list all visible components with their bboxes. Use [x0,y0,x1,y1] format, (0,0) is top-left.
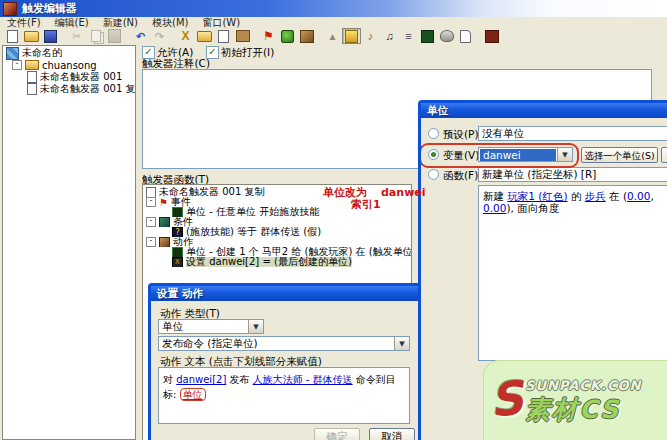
function-row-conditions[interactable]: - 条件 [146,217,411,227]
new-condition-button[interactable] [278,28,297,44]
variables-icon: X [181,31,189,42]
music-icon: ♫ [385,31,393,42]
new-button[interactable] [3,28,22,44]
title-bar: 触发编辑器 [0,0,667,17]
music-button[interactable]: ♫ [380,28,399,44]
unit-event-icon [172,207,183,217]
red-circle-annotation [419,143,579,168]
tree-item-label: 未命名触发器 001 复制 [40,82,136,96]
function-label: 函数(F): [443,169,482,183]
cancel-button[interactable]: 取消 [369,428,415,440]
description-text: 在 ( [606,190,627,202]
menu-window[interactable]: 窗口(W) [195,17,247,28]
save-icon [44,30,57,43]
convert-button[interactable]: ▲ [323,28,342,44]
new-event-icon: ⚑ [263,31,274,42]
function-radio[interactable] [428,169,439,180]
initially-on-checkbox-label: 初始打开(I) [221,46,274,60]
tree-item-trigger-001-copy[interactable]: 未命名触发器 001 复制 [3,83,135,95]
collapse-expander-icon[interactable]: - [146,197,156,207]
action-text-box: 对 danwei[2] 发布 人族大法师 - 群体传送 命令到目标: 单位 [158,367,410,424]
copy-button[interactable] [86,28,105,44]
function-dropdown[interactable]: 新建单位 (指定坐标) [R] [478,167,667,182]
annotation-text-en: danwei [381,186,426,199]
menu-edit[interactable]: 编辑(E) [48,17,96,28]
action-text: 对 [163,374,176,385]
description-text: ), 面向角度 [506,202,559,214]
tree-item-map-root[interactable]: 未命名的 [3,47,135,59]
collapse-expander-icon[interactable]: - [146,237,156,247]
dialog-title-bar: 设置 动作 [151,286,425,301]
new-trigger-icon [218,30,229,43]
toolbar-separator [475,29,482,43]
function-row-create-unit[interactable]: 单位 - 创建 1 个 马甲2 给 (触发玩家) 在 (触发单位) 的位置) [172,247,411,257]
function-row-actions[interactable]: - 动作 [146,237,411,247]
action-command-dropdown[interactable]: 发布命令 (指定单位) ▼ [158,336,410,351]
map-icon [6,47,19,60]
action-type-dropdown[interactable]: 单位 ▼ [158,319,264,334]
redo-button[interactable]: ↷ [150,28,169,44]
choose-unit-button[interactable]: 选择一个单位(S) [581,147,658,163]
list-button[interactable]: ≡ [399,28,418,44]
set-variable-icon: X [172,257,183,267]
script-button[interactable] [418,28,437,44]
preset-dropdown[interactable]: 没有单位 [478,126,667,141]
watermark: S SUNPACK.CON 素材CS [483,360,667,440]
new-comment-button[interactable] [233,28,252,44]
player-link[interactable]: 玩家1 (红色) [507,190,567,202]
order-link[interactable]: 人族大法师 - 群体传送 [253,374,353,385]
watermark-brand-text: 素材CS [525,393,641,426]
new-action-icon [300,30,314,43]
dialog-title-bar: 单位 [421,103,667,118]
coord-y-link[interactable]: 0.00 [483,202,506,214]
function-row-label: 事件 [171,197,191,207]
sound-button[interactable]: ♪ [361,28,380,44]
trigger-page-icon [146,187,156,197]
script-icon [421,30,434,43]
open-icon [24,31,39,42]
preset-radio[interactable] [428,128,439,139]
target-unit-link[interactable]: 单位 [180,388,206,401]
coord-x-link[interactable]: 0.00 [627,190,650,202]
new-trigger-button[interactable] [214,28,233,44]
new-category-button[interactable] [195,28,214,44]
collapse-expander-icon[interactable]: - [146,217,156,227]
tree-item-label: chuansong [42,60,97,71]
enable-trigger-button[interactable] [342,28,361,44]
trigger-page-icon [27,71,37,83]
watermark-logo-s: S [487,370,526,427]
function-row-label: 设置 danwei[2] = (最后创建的单位) [186,257,352,267]
ok-button[interactable]: 确定 [314,428,360,440]
variables-button[interactable]: X [176,28,195,44]
undo-icon: ↶ [136,31,145,42]
unit-type-link[interactable]: 步兵 [585,190,606,202]
app-icon [3,2,17,16]
chevron-down-icon: ▼ [394,337,409,350]
unit-action-icon [172,247,183,257]
index-link[interactable]: [2] [212,374,226,385]
collapse-expander-icon[interactable]: - [12,60,22,70]
cut-button[interactable]: ✂ [67,28,86,44]
menu-module[interactable]: 模块(M) [145,17,195,28]
shell-button[interactable] [437,28,456,44]
list-icon: ≡ [405,31,411,42]
menu-file[interactable]: 文件(F) [0,17,48,28]
new-condition-icon [281,30,294,43]
function-row-condition-item[interactable]: ? (施放技能) 等于 群体传送 (假) [172,227,411,237]
test-button[interactable] [482,28,501,44]
paste-button[interactable] [105,28,124,44]
function-row-set-variable[interactable]: X 设置 danwei[2] = (最后创建的单位) [172,257,411,267]
function-row-label: 未命名触发器 001 复制 [159,187,264,197]
description-text: 新建 [483,190,507,202]
variable-link[interactable]: danwei [176,374,212,385]
save-button[interactable] [41,28,60,44]
open-button[interactable] [22,28,41,44]
menu-new[interactable]: 新建(N) [96,17,145,28]
new-action-button[interactable] [297,28,316,44]
annotation-text-line2: 索引1 [351,199,426,211]
condition-icon [159,217,170,227]
doc-button[interactable] [456,28,475,44]
undo-button[interactable]: ↶ [131,28,150,44]
edit-button[interactable]: 编辑 [661,147,667,163]
new-event-button[interactable]: ⚑ [259,28,278,44]
